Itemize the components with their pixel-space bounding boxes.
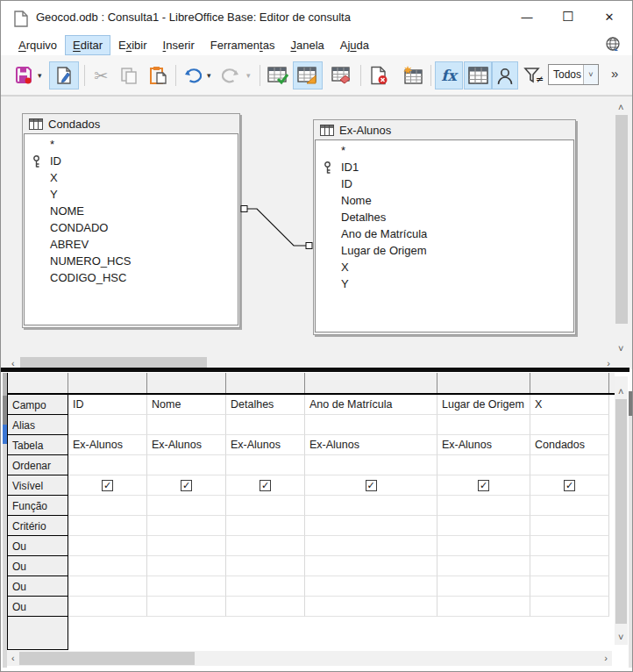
grid-cell[interactable] xyxy=(530,576,609,597)
globe-icon[interactable] xyxy=(604,36,622,54)
row-label[interactable]: Ou xyxy=(7,576,68,597)
grid-cell[interactable] xyxy=(437,556,530,576)
field-row[interactable]: * xyxy=(316,142,573,159)
grid-cell[interactable] xyxy=(226,556,305,576)
scroll-down-icon[interactable]: ˅ xyxy=(618,344,623,354)
grid-cell[interactable] xyxy=(147,455,226,475)
scrollbar-thumb[interactable] xyxy=(19,652,195,665)
undo-button[interactable] xyxy=(181,62,203,89)
field-row[interactable]: X xyxy=(316,259,573,275)
grid-cell[interactable] xyxy=(68,556,147,576)
grid-cell[interactable] xyxy=(530,415,609,435)
functions-button[interactable]: fx xyxy=(436,62,462,89)
field-row[interactable]: Y xyxy=(25,186,238,203)
menu-editar[interactable]: Editar xyxy=(66,36,110,54)
grid-cell-visivel[interactable]: ✓ xyxy=(437,475,530,496)
grid-cell[interactable] xyxy=(226,455,305,475)
row-label-empty[interactable] xyxy=(7,617,68,650)
grid-cell[interactable] xyxy=(437,576,530,597)
grid-cell[interactable] xyxy=(68,516,147,536)
row-label[interactable]: Ou xyxy=(7,536,68,556)
grid-cell[interactable] xyxy=(226,597,305,617)
grid-cell-visivel[interactable]: ✓ xyxy=(305,475,437,496)
grid-cell[interactable] xyxy=(147,496,226,516)
run-query-button[interactable] xyxy=(265,62,291,89)
grid-horizontal-scrollbar[interactable]: ‹ › xyxy=(7,651,612,666)
grid-cell[interactable] xyxy=(530,597,609,617)
grid-corner-cell[interactable] xyxy=(7,373,68,393)
field-row[interactable]: X xyxy=(25,169,238,186)
scroll-left-icon[interactable]: ‹ xyxy=(11,654,15,663)
field-row[interactable]: Detalhes xyxy=(316,209,573,225)
join-handle[interactable] xyxy=(241,206,247,212)
table-names-button[interactable] xyxy=(465,62,491,89)
grid-cell-campo[interactable]: Nome xyxy=(147,395,226,415)
row-label[interactable]: Critério xyxy=(7,516,68,536)
grid-cell[interactable] xyxy=(226,516,305,536)
field-row[interactable]: Nome xyxy=(316,192,573,209)
grid-cell[interactable] xyxy=(305,516,437,536)
row-label[interactable]: Visível xyxy=(7,475,68,496)
grid-cell-tabela[interactable]: Ex-Alunos xyxy=(437,435,530,455)
scroll-up-icon[interactable]: ˄ xyxy=(618,103,623,112)
table-window-condados[interactable]: Condados * ID X Y NOME CONDADO ABREV NUM… xyxy=(22,113,240,328)
grid-cell-campo[interactable]: Detalhes xyxy=(226,395,305,415)
edit-data-button[interactable] xyxy=(50,62,78,89)
grid-cell[interactable] xyxy=(147,556,226,576)
grid-cell[interactable] xyxy=(437,455,530,475)
field-row[interactable]: ID1 xyxy=(316,159,573,175)
grid-cell[interactable] xyxy=(305,576,437,597)
redo-dropdown-arrow[interactable]: ▾ xyxy=(246,71,251,80)
grid-cell[interactable] xyxy=(147,536,226,556)
scrollbar-thumb[interactable] xyxy=(615,399,627,624)
grid-cell[interactable] xyxy=(147,597,226,617)
table-window-ex-alunos[interactable]: Ex-Alunos * ID1 ID Nome Detalhes Ano de … xyxy=(313,119,576,335)
pane-splitter[interactable] xyxy=(1,368,629,372)
close-button[interactable]: ✕ xyxy=(594,4,624,29)
grid-cell[interactable] xyxy=(305,496,437,516)
grid-cell[interactable] xyxy=(226,536,305,556)
checkbox-checked[interactable]: ✓ xyxy=(478,480,489,491)
column-header[interactable] xyxy=(437,373,530,393)
grid-cell[interactable] xyxy=(305,455,437,475)
grid-cell-visivel[interactable]: ✓ xyxy=(530,475,609,496)
combobox-dropdown-button[interactable]: ˅ xyxy=(583,65,598,84)
field-row[interactable]: CODIGO_HSC xyxy=(25,269,238,286)
copy-button[interactable] xyxy=(117,62,141,89)
column-header[interactable] xyxy=(305,373,437,393)
field-row[interactable]: ID xyxy=(25,153,238,169)
grid-cell[interactable] xyxy=(437,536,530,556)
field-row[interactable]: ID xyxy=(316,175,573,192)
design-vertical-scrollbar[interactable]: ˄ ˅ xyxy=(615,100,629,356)
grid-vertical-scrollbar[interactable]: ˄ ˅ xyxy=(615,376,628,645)
filter-button[interactable]: ≠ xyxy=(522,62,546,89)
redo-button[interactable] xyxy=(220,62,243,89)
grid-cell[interactable] xyxy=(68,455,147,475)
field-row[interactable]: CONDADO xyxy=(25,219,238,236)
grid-cell-tabela[interactable]: Ex-Alunos xyxy=(147,435,226,455)
scrollbar-thumb[interactable] xyxy=(615,115,628,324)
save-button[interactable] xyxy=(11,62,36,89)
grid-cell[interactable] xyxy=(530,516,609,536)
grid-cell[interactable] xyxy=(147,576,226,597)
grid-cell-visivel[interactable]: ✓ xyxy=(226,475,305,496)
grid-cell[interactable] xyxy=(305,415,437,435)
menu-ferramentas[interactable]: Ferramentas xyxy=(203,36,282,54)
grid-cell[interactable] xyxy=(147,516,226,536)
grid-cell[interactable] xyxy=(68,576,147,597)
grid-cell[interactable] xyxy=(437,597,530,617)
column-header[interactable] xyxy=(147,373,226,393)
paste-button[interactable] xyxy=(146,62,170,89)
field-row[interactable]: ABREV xyxy=(25,236,238,253)
grid-cell[interactable] xyxy=(147,415,226,435)
scroll-right-icon[interactable]: › xyxy=(604,654,608,663)
delete-document-button[interactable] xyxy=(366,62,392,89)
column-header[interactable] xyxy=(530,373,609,393)
filter-combobox[interactable]: Todos ˅ xyxy=(548,64,599,85)
checkbox-checked[interactable]: ✓ xyxy=(102,480,113,491)
row-label[interactable]: Alias xyxy=(7,415,68,435)
field-row[interactable]: NUMERO_HCS xyxy=(25,253,238,269)
menu-inserir[interactable]: Inserir xyxy=(156,36,202,54)
menu-ajuda[interactable]: Ajuda xyxy=(333,36,376,54)
checkbox-checked[interactable]: ✓ xyxy=(564,480,575,491)
